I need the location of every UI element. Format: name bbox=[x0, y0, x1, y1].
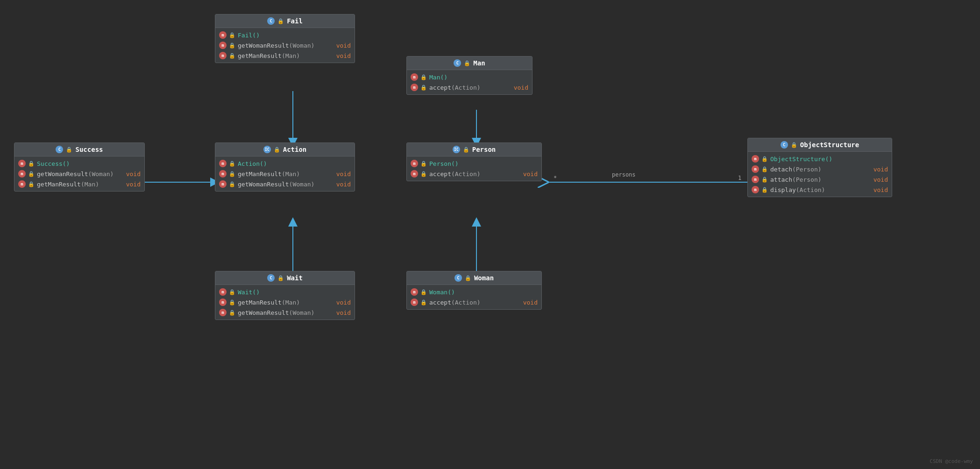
lock-icon: 🔒 bbox=[229, 289, 235, 295]
method-name: getWomanResult(Woman) bbox=[238, 42, 334, 49]
svg-text:1: 1 bbox=[738, 175, 741, 181]
method-name: getManResult(Man) bbox=[238, 52, 334, 59]
method-row: m 🔒 Woman() bbox=[407, 287, 541, 297]
return-type: void bbox=[126, 181, 141, 188]
lock-icon-man: 🔒 bbox=[464, 60, 470, 66]
method-icon: m bbox=[18, 180, 26, 188]
class-icon-woman: C bbox=[454, 274, 462, 282]
lock-icon: 🔒 bbox=[229, 53, 235, 59]
return-type: void bbox=[336, 42, 351, 49]
lock-icon-success: 🔒 bbox=[66, 147, 72, 153]
lock-icon: 🔒 bbox=[229, 161, 235, 167]
class-success-name: Success bbox=[75, 146, 103, 153]
class-icon-fail: C bbox=[267, 17, 275, 25]
method-row: m 🔒 Action() bbox=[215, 158, 355, 169]
svg-text:persons: persons bbox=[612, 171, 636, 178]
method-icon: m bbox=[752, 176, 759, 183]
method-icon: m bbox=[18, 160, 26, 167]
method-row: m 🔒 accept(Action) void bbox=[407, 169, 541, 179]
class-success: C 🔒 Success m 🔒 Success() m 🔒 getWomanRe… bbox=[14, 142, 145, 192]
method-row: m 🔒 getWomanResult(Woman) void bbox=[215, 40, 355, 50]
method-icon: m bbox=[411, 170, 418, 178]
class-wait-header: C 🔒 Wait bbox=[215, 271, 355, 285]
lock-icon: 🔒 bbox=[761, 177, 768, 183]
method-name: attach(Person) bbox=[770, 176, 871, 183]
method-name: accept(Action) bbox=[429, 84, 511, 91]
lock-icon: 🔒 bbox=[229, 43, 235, 49]
class-wait-name: Wait bbox=[287, 274, 303, 282]
class-person-body: m 🔒 Person() m 🔒 accept(Action) void bbox=[407, 156, 541, 181]
method-row: m 🔒 getWomanResult(Woman) void bbox=[14, 169, 144, 179]
method-icon: m bbox=[411, 298, 418, 306]
class-fail-header: C 🔒 Fail bbox=[215, 14, 355, 28]
return-type: void bbox=[336, 299, 351, 306]
class-icon-man: C bbox=[454, 59, 461, 67]
return-type: void bbox=[523, 299, 538, 306]
class-person-name: Person bbox=[472, 146, 496, 153]
return-type: void bbox=[514, 84, 528, 91]
method-name: accept(Action) bbox=[429, 299, 521, 306]
lock-icon: 🔒 bbox=[420, 85, 427, 91]
class-wait-body: m 🔒 Wait() m 🔒 getManResult(Man) void m … bbox=[215, 285, 355, 320]
method-name: accept(Action) bbox=[429, 171, 521, 178]
lock-icon: 🔒 bbox=[420, 74, 427, 80]
class-man-name: Man bbox=[473, 59, 485, 67]
class-woman-body: m 🔒 Woman() m 🔒 accept(Action) void bbox=[407, 285, 541, 309]
class-objectstructure-header: C 🔒 ObjectStructure bbox=[748, 138, 892, 152]
class-action-header: IC 🔒 Action bbox=[215, 143, 355, 156]
lock-icon-wait: 🔒 bbox=[277, 275, 284, 281]
method-row: m 🔒 accept(Action) void bbox=[407, 82, 532, 92]
method-name: getWomanResult(Woman) bbox=[37, 171, 124, 178]
method-row: m 🔒 getManResult(Man) void bbox=[215, 169, 355, 179]
class-man-body: m 🔒 Man() m 🔒 accept(Action) void bbox=[407, 70, 532, 94]
return-type: void bbox=[336, 171, 351, 178]
method-name: ObjectStructure() bbox=[770, 156, 888, 163]
lock-icon: 🔒 bbox=[420, 171, 427, 177]
lock-icon: 🔒 bbox=[28, 181, 35, 187]
method-row: m 🔒 getManResult(Man) void bbox=[14, 179, 144, 189]
method-row: m 🔒 getWomanResult(Woman) void bbox=[215, 307, 355, 318]
method-icon: m bbox=[18, 170, 26, 178]
method-icon: m bbox=[219, 31, 227, 39]
class-action: IC 🔒 Action m 🔒 Action() m 🔒 getManResul… bbox=[215, 142, 355, 192]
method-row: m 🔒 Person() bbox=[407, 158, 541, 169]
method-name: getManResult(Man) bbox=[37, 181, 124, 188]
class-person: IC 🔒 Person m 🔒 Person() m 🔒 accept(Acti… bbox=[406, 142, 542, 181]
method-name: Fail() bbox=[238, 32, 351, 39]
method-row: m 🔒 getManResult(Man) void bbox=[215, 50, 355, 61]
method-row: m 🔒 ObjectStructure() bbox=[748, 154, 892, 164]
method-name: Woman() bbox=[429, 289, 538, 296]
class-woman-name: Woman bbox=[474, 274, 494, 282]
lock-icon-woman: 🔒 bbox=[465, 275, 471, 281]
class-icon-action: IC bbox=[263, 146, 271, 153]
class-action-body: m 🔒 Action() m 🔒 getManResult(Man) void … bbox=[215, 156, 355, 191]
method-name: detach(Person) bbox=[770, 166, 871, 173]
method-name: Man() bbox=[429, 74, 528, 81]
class-action-name: Action bbox=[283, 146, 307, 153]
method-row: m 🔒 attach(Person) void bbox=[748, 174, 892, 185]
method-name: getManResult(Man) bbox=[238, 299, 334, 306]
method-name: display(Action) bbox=[770, 186, 871, 193]
lock-icon: 🔒 bbox=[420, 161, 427, 167]
class-fail-body: m 🔒 Fail() m 🔒 getWomanResult(Woman) voi… bbox=[215, 28, 355, 63]
method-name: getManResult(Man) bbox=[238, 171, 334, 178]
return-type: void bbox=[336, 181, 351, 188]
method-row: m 🔒 detach(Person) void bbox=[748, 164, 892, 174]
method-name: Action() bbox=[238, 160, 351, 167]
return-type: void bbox=[873, 186, 888, 193]
class-icon-wait: C bbox=[267, 274, 275, 282]
method-row: m 🔒 getManResult(Man) void bbox=[215, 297, 355, 307]
class-person-header: IC 🔒 Person bbox=[407, 143, 541, 156]
lock-icon: 🔒 bbox=[229, 171, 235, 177]
lock-icon: 🔒 bbox=[229, 32, 235, 38]
class-man: C 🔒 Man m 🔒 Man() m 🔒 accept(Action) voi… bbox=[406, 56, 533, 95]
class-success-header: C 🔒 Success bbox=[14, 143, 144, 156]
lock-icon: 🔒 bbox=[229, 310, 235, 316]
method-name: getWomanResult(Woman) bbox=[238, 181, 334, 188]
class-objectstructure-name: ObjectStructure bbox=[800, 141, 859, 149]
class-woman-header: C 🔒 Woman bbox=[407, 271, 541, 285]
method-row: m 🔒 display(Action) void bbox=[748, 185, 892, 195]
lock-icon: 🔒 bbox=[229, 299, 235, 306]
class-icon-person: IC bbox=[453, 146, 460, 153]
class-wait: C 🔒 Wait m 🔒 Wait() m 🔒 getManResult(Man… bbox=[215, 271, 355, 320]
